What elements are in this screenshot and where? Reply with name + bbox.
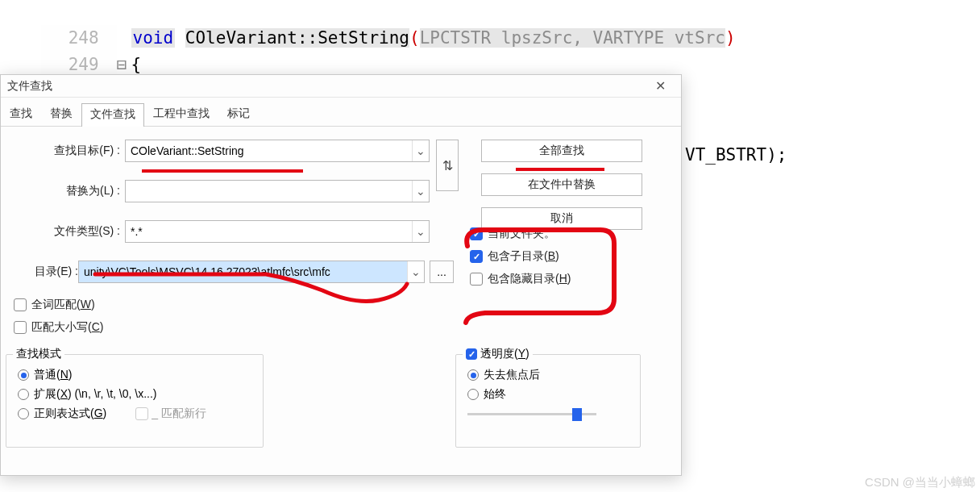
search-mode-group: 查找模式 普通(N) 扩展(X) (\n, \r, \t, \0, \x...)…: [6, 354, 264, 448]
match-case-checkbox[interactable]: [14, 321, 27, 334]
watermark: CSDN @当当小蟑螂: [865, 475, 975, 490]
class-method: COleVariant::SetString: [185, 28, 409, 48]
match-newline-checkbox[interactable]: [135, 407, 148, 420]
swap-button[interactable]: ⇅: [436, 140, 459, 191]
tab-file-find[interactable]: 文件查找: [81, 103, 144, 127]
whole-word-label: 全词匹配(W): [31, 298, 95, 312]
radio-extended-label: 扩展(X) (\n, \r, \t, \0, \x...): [34, 387, 156, 402]
radio-lose-focus[interactable]: [467, 369, 479, 381]
close-paren: ): [725, 28, 736, 48]
open-paren: (: [409, 28, 420, 48]
radio-extended-row: 扩展(X) (\n, \r, \t, \0, \x...): [18, 387, 251, 402]
include-subdir-label: 包含子目录(B): [488, 249, 559, 264]
args: LPCTSTR lpszSrc, VARTYPE vtSrc: [420, 28, 725, 48]
dialog-titlebar: 文件查找 ✕: [1, 75, 681, 98]
match-case-label: 匹配大小写(C): [31, 320, 103, 335]
radio-always-label: 始终: [484, 387, 506, 402]
file-type-input[interactable]: [126, 221, 412, 242]
find-in-files-dialog: 文件查找 ✕ 查找 替换 文件查找 工程中查找 标记 查找目标(F) : ⌄ 替…: [0, 74, 682, 476]
current-folder-label: 当前文件夹。: [488, 227, 555, 241]
find-all-button[interactable]: 全部查找: [481, 140, 642, 162]
current-folder-row: ✓ 当前文件夹。: [470, 227, 571, 241]
transparency-slider[interactable]: [467, 407, 596, 421]
search-mode-legend: 查找模式: [13, 347, 64, 361]
dialog-title: 文件查找: [7, 79, 52, 94]
tab-replace[interactable]: 替换: [41, 102, 81, 126]
right-checkboxes: ✓ 当前文件夹。 ✓ 包含子目录(B) 包含隐藏目录(H): [470, 227, 571, 286]
radio-normal-row: 普通(N): [18, 368, 251, 382]
radio-lose-focus-label: 失去焦点后: [484, 368, 540, 382]
radio-regex-label: 正则表达式(G): [34, 407, 106, 421]
tab-mark[interactable]: 标记: [218, 102, 259, 126]
dialog-tabs: 查找 替换 文件查找 工程中查找 标记: [1, 98, 681, 127]
row-find-target: 查找目标(F) : ⌄: [14, 140, 430, 162]
radio-always[interactable]: [467, 389, 479, 400]
swap-icon: ⇅: [442, 158, 453, 173]
chevron-down-icon[interactable]: ⌄: [407, 261, 424, 282]
label-directory: 目录(E) :: [14, 265, 78, 279]
transparency-legend: ✓ 透明度(Y): [463, 347, 533, 361]
find-target-combo[interactable]: ⌄: [125, 140, 430, 162]
radio-always-row: 始终: [467, 387, 629, 402]
whole-word-checkbox[interactable]: [14, 298, 27, 311]
include-hidden-label: 包含隐藏目录(H): [488, 272, 571, 286]
tab-find[interactable]: 查找: [1, 102, 41, 126]
find-target-input[interactable]: [126, 140, 412, 161]
tab-project-find[interactable]: 工程中查找: [144, 102, 218, 126]
replace-with-input[interactable]: [126, 181, 412, 202]
chevron-down-icon[interactable]: ⌄: [412, 221, 429, 242]
directory-input[interactable]: [79, 261, 407, 282]
transparency-group: ✓ 透明度(Y) 失去焦点后 始终: [455, 354, 641, 448]
include-hidden-checkbox[interactable]: [470, 273, 483, 286]
radio-regex[interactable]: [18, 408, 29, 419]
label-file-type: 文件类型(S) :: [14, 224, 120, 239]
replace-with-combo[interactable]: ⌄: [125, 180, 430, 202]
radio-normal-label: 普通(N): [34, 368, 72, 382]
chevron-down-icon[interactable]: ⌄: [412, 140, 429, 161]
radio-regex-row: 正则表达式(G) _ 匹配新行: [18, 407, 251, 421]
transparency-checkbox[interactable]: ✓: [466, 348, 477, 360]
radio-normal[interactable]: [18, 369, 29, 381]
whole-word-checkbox-row: 全词匹配(W): [14, 298, 668, 312]
label-replace-with: 替换为(L) :: [14, 184, 120, 198]
dialog-body: 查找目标(F) : ⌄ 替换为(L) : ⌄ 文件类型(S) :: [1, 127, 681, 343]
chevron-down-icon[interactable]: ⌄: [412, 181, 429, 202]
browse-button[interactable]: ...: [430, 261, 454, 283]
close-button[interactable]: ✕: [646, 77, 675, 96]
replace-in-files-button[interactable]: 在文件中替换: [481, 173, 642, 196]
match-newline-label: _ 匹配新行: [152, 407, 206, 421]
row-replace-with: 替换为(L) : ⌄: [14, 180, 430, 202]
match-case-checkbox-row: 匹配大小写(C): [14, 320, 668, 335]
row-file-type: 文件类型(S) : ⌄: [14, 220, 430, 243]
label-find-target: 查找目标(F) :: [14, 144, 120, 158]
radio-extended[interactable]: [18, 389, 29, 400]
code-fragment-right: VT_BSTRT);: [685, 145, 787, 165]
include-subdir-row: ✓ 包含子目录(B): [470, 249, 571, 264]
include-subdir-checkbox[interactable]: ✓: [470, 250, 483, 263]
slider-thumb[interactable]: [572, 408, 582, 421]
file-type-combo[interactable]: ⌄: [125, 220, 430, 243]
include-hidden-row: 包含隐藏目录(H): [470, 272, 571, 286]
directory-combo[interactable]: ⌄: [78, 261, 425, 283]
current-folder-checkbox[interactable]: ✓: [470, 227, 483, 240]
radio-lose-focus-row: 失去焦点后: [467, 368, 629, 382]
